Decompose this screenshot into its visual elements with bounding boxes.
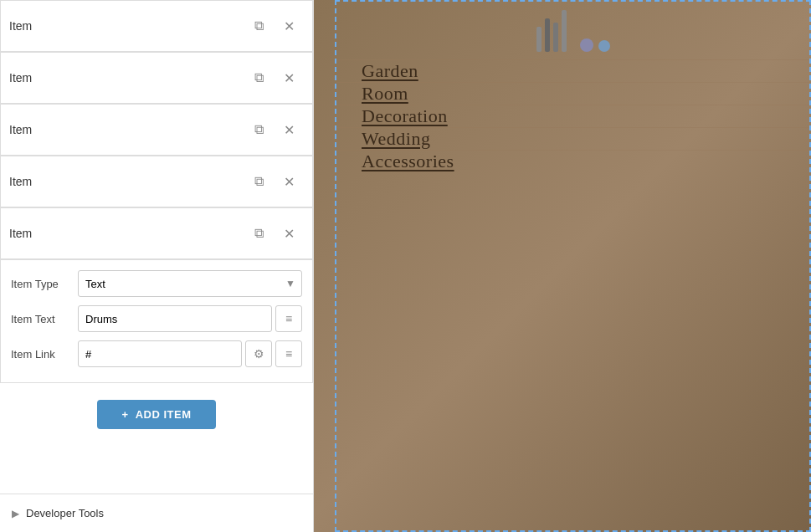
item-rows-container: Item ⧉ ✕ Item ⧉ ✕ Item ⧉ ✕ Item [0,0,313,259]
copy-icon: ⧉ [254,226,264,241]
item-row-label: Item [9,71,244,84]
copy-button[interactable]: ⧉ [244,218,274,248]
close-icon: ✕ [284,174,295,190]
dev-tools-label: Developer Tools [26,507,104,519]
copy-icon: ⧉ [254,122,264,137]
item-type-select-wrap: Text Link Button ▼ [78,270,302,297]
copy-button[interactable]: ⧉ [244,63,274,93]
copy-button[interactable]: ⧉ [244,166,274,197]
delete-button[interactable]: ✕ [274,115,304,145]
deco-element [562,10,567,52]
item-link-input-wrap: ⚙ ≡ [78,340,302,367]
deco-circle [580,38,593,52]
chevron-right-icon: ▶ [12,508,19,519]
close-icon: ✕ [284,70,295,86]
nav-item[interactable]: Wedding [336,128,809,151]
deco-circle [598,40,610,52]
item-row-label: Item [9,123,244,136]
deco-element [553,23,558,52]
nav-item[interactable]: Room [336,83,809,105]
delete-button[interactable]: ✕ [274,63,304,93]
item-text-row: Item Text ≡ [11,305,302,332]
item-text-db-icon[interactable]: ≡ [275,305,302,332]
close-icon: ✕ [284,18,295,34]
deco-element [545,18,550,52]
item-details-section: Item Type Text Link Button ▼ Item Text ≡ [0,259,313,383]
add-item-button[interactable]: + ADD ITEM [97,400,217,429]
item-link-input[interactable] [78,340,242,367]
item-row: Item ⧉ ✕ [0,52,313,104]
item-type-input-wrap: Text Link Button ▼ [78,270,302,297]
nav-item-label: Garden [362,60,418,82]
item-link-gear-button[interactable]: ⚙ [245,340,272,367]
delete-button[interactable]: ✕ [274,11,304,41]
copy-button[interactable]: ⧉ [244,115,274,145]
top-decoration-area [336,2,809,60]
add-item-wrap: + ADD ITEM [0,383,313,446]
left-panel: Item ⧉ ✕ Item ⧉ ✕ Item ⧉ ✕ Item [0,0,314,532]
item-row: Item ⧉ ✕ [0,207,313,259]
database-icon: ≡ [285,347,292,361]
copy-button[interactable]: ⧉ [244,11,274,41]
item-text-input-wrap: ≡ [78,305,302,332]
item-type-label: Item Type [11,278,78,290]
item-row-label: Item [9,227,244,240]
developer-tools-bar[interactable]: ▶ Developer Tools [0,494,313,532]
nav-item[interactable]: Garden [336,60,809,83]
close-icon: ✕ [284,226,295,242]
navigation-list: GardenRoomDecorationWeddingAccessories [335,0,811,532]
nav-item-label: Decoration [362,105,448,127]
item-type-select[interactable]: Text Link Button [78,270,302,297]
item-row: Item ⧉ ✕ [0,0,313,52]
database-icon: ≡ [285,312,292,325]
item-link-label: Item Link [11,348,78,361]
gear-icon: ⚙ [254,347,264,361]
nav-item-label: Wedding [362,128,430,150]
copy-icon: ⧉ [254,18,264,33]
nav-items-container: GardenRoomDecorationWeddingAccessories [336,60,809,172]
right-panel: GardenRoomDecorationWeddingAccessories [314,0,811,532]
item-text-input[interactable] [78,305,272,332]
item-row-label: Item [9,175,244,188]
item-row: Item ⧉ ✕ [0,156,313,207]
nav-item-label: Room [362,83,408,105]
item-type-row: Item Type Text Link Button ▼ [11,270,302,297]
item-text-label: Item Text [11,313,78,325]
item-link-db-button[interactable]: ≡ [275,340,302,367]
item-link-row: Item Link ⚙ ≡ [11,340,302,367]
deco-element [536,27,542,52]
nav-item[interactable]: Accessories [336,151,809,172]
add-item-label: ADD ITEM [136,408,192,421]
copy-icon: ⧉ [254,70,264,85]
close-icon: ✕ [284,122,295,138]
decoration-image [536,10,610,52]
item-row-label: Item [9,19,244,33]
delete-button[interactable]: ✕ [274,166,304,197]
delete-button[interactable]: ✕ [274,218,304,248]
nav-item-label: Accessories [362,151,454,172]
copy-icon: ⧉ [254,174,264,189]
plus-icon: + [122,408,129,421]
nav-item[interactable]: Decoration [336,105,809,128]
item-row: Item ⧉ ✕ [0,104,313,156]
